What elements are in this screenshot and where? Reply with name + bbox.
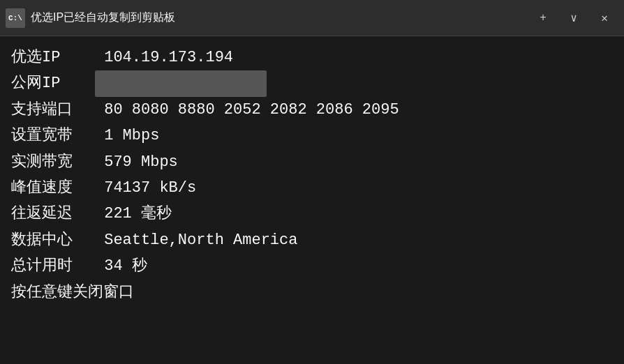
- value-peak-speed: 74137 kB/s: [95, 175, 196, 201]
- title-bar: C:\ 优选IP已经自动复制到剪贴板 + ∨ ✕: [0, 0, 624, 36]
- line-set-bandwidth: 设置宽带 1 Mbps: [11, 123, 613, 149]
- label-latency: 往返延迟: [11, 201, 95, 227]
- value-optimal-ip: 104.19.173.194: [95, 45, 233, 70]
- label-close-prompt: 按任意键关闭窗口: [11, 280, 134, 305]
- line-datacenter: 数据中心 Seattle,North America: [11, 227, 613, 253]
- line-optimal-ip: 优选IP 104.19.173.194: [11, 45, 613, 70]
- add-tab-button[interactable]: +: [529, 6, 557, 31]
- icon-text: C:\: [8, 14, 22, 22]
- line-latency: 往返延迟 221 毫秒: [11, 201, 613, 227]
- window-title: 优选IP已经自动复制到剪贴板: [31, 10, 529, 25]
- value-actual-bandwidth: 579 Mbps: [95, 149, 178, 175]
- label-ports: 支持端口: [11, 97, 95, 123]
- close-button[interactable]: ✕: [590, 6, 618, 31]
- line-public-ip: 公网IP: [11, 70, 613, 96]
- terminal-window: C:\ 优选IP已经自动复制到剪贴板 + ∨ ✕ 优选IP 104.19.173…: [0, 0, 624, 364]
- label-datacenter: 数据中心: [11, 227, 95, 253]
- label-optimal-ip: 优选IP: [11, 45, 95, 70]
- label-total-time: 总计用时: [11, 253, 95, 279]
- value-set-bandwidth: 1 Mbps: [95, 123, 159, 149]
- label-peak-speed: 峰值速度: [11, 175, 95, 201]
- value-latency: 221 毫秒: [95, 201, 172, 227]
- value-datacenter: Seattle,North America: [95, 227, 297, 253]
- label-set-bandwidth: 设置宽带: [11, 123, 95, 149]
- app-icon: C:\: [6, 8, 25, 28]
- line-peak-speed: 峰值速度 74137 kB/s: [11, 175, 613, 201]
- line-close-prompt: 按任意键关闭窗口: [11, 280, 613, 305]
- terminal-content: 优选IP 104.19.173.194 公网IP 支持端口 80 8080 88…: [0, 36, 624, 364]
- value-total-time: 34 秒: [95, 253, 147, 279]
- window-controls: + ∨ ✕: [529, 6, 618, 31]
- label-public-ip: 公网IP: [11, 70, 95, 96]
- value-public-ip: [95, 70, 267, 96]
- line-total-time: 总计用时 34 秒: [11, 253, 613, 279]
- line-actual-bandwidth: 实测带宽 579 Mbps: [11, 149, 613, 175]
- value-ports: 80 8080 8880 2052 2082 2086 2095: [95, 97, 399, 123]
- dropdown-button[interactable]: ∨: [560, 6, 588, 31]
- line-ports: 支持端口 80 8080 8880 2052 2082 2086 2095: [11, 97, 613, 123]
- label-actual-bandwidth: 实测带宽: [11, 149, 95, 175]
